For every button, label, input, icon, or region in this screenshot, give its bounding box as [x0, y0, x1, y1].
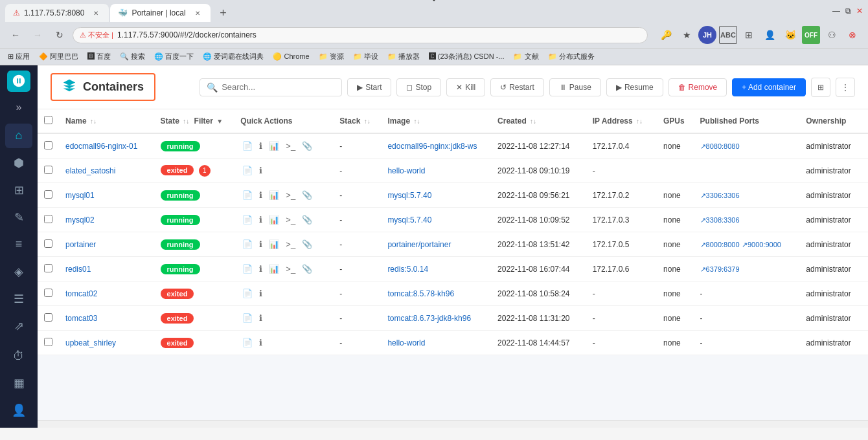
- search-input[interactable]: [222, 82, 335, 92]
- back-button[interactable]: ←: [6, 26, 25, 44]
- port-link[interactable]: ↗8000:8000: [700, 241, 740, 248]
- port-link[interactable]: ↗6379:6379: [700, 265, 740, 273]
- quick-action-attach[interactable]: 📎: [300, 140, 314, 152]
- translate-icon[interactable]: ABC: [719, 26, 737, 44]
- bookmark-star[interactable]: ★: [678, 26, 696, 44]
- close-window-button[interactable]: ✕: [856, 6, 863, 16]
- quick-action-file[interactable]: 📄: [240, 189, 255, 201]
- new-tab-button[interactable]: +: [214, 4, 233, 22]
- row-checkbox[interactable]: [44, 338, 52, 346]
- stop-button[interactable]: ◻ Stop: [396, 78, 441, 96]
- quick-action-stats[interactable]: 📊: [267, 263, 281, 275]
- bookmark-search[interactable]: 🔍 搜索: [117, 50, 148, 63]
- row-checkbox[interactable]: [44, 289, 52, 297]
- quick-action-info[interactable]: ℹ: [257, 164, 264, 177]
- quick-action-info[interactable]: ℹ: [257, 336, 264, 349]
- sidebar-item-grid[interactable]: ⊞: [5, 178, 32, 203]
- sidebar-item-share[interactable]: ⇗: [5, 314, 32, 338]
- quick-action-stats[interactable]: 📊: [267, 140, 281, 152]
- tab-2[interactable]: 🐳 Portainer | local ✕: [110, 4, 210, 22]
- quick-action-console[interactable]: >_: [284, 189, 297, 201]
- sidebar-item-cube[interactable]: ◈: [5, 259, 32, 284]
- stack-header[interactable]: Stack ↑↓: [333, 109, 381, 133]
- start-button[interactable]: ▶ Start: [347, 78, 391, 96]
- state-header[interactable]: State ↑↓ Filter ▼: [154, 109, 234, 133]
- quick-action-file[interactable]: 📄: [240, 263, 255, 275]
- row-checkbox[interactable]: [44, 166, 52, 174]
- quick-action-attach[interactable]: 📎: [300, 189, 314, 201]
- column-toggle-button[interactable]: ⊞: [811, 78, 830, 97]
- quick-action-file[interactable]: 📄: [240, 214, 255, 226]
- sidebar-item-containers[interactable]: [5, 151, 32, 175]
- container-name-link[interactable]: upbeat_shirley: [65, 338, 116, 347]
- image-link[interactable]: mysql:5.7.40: [387, 215, 431, 225]
- qr-icon[interactable]: ⊞: [740, 26, 758, 44]
- sidebar-item-list[interactable]: ☰: [5, 287, 32, 311]
- port-link[interactable]: ↗3308:3306: [700, 216, 740, 224]
- bookmark-docs[interactable]: 📁 文献: [510, 50, 541, 63]
- profile-icon[interactable]: JH: [698, 26, 716, 44]
- key-icon[interactable]: 🔑: [657, 26, 675, 44]
- account-icon[interactable]: ⚇: [823, 26, 841, 44]
- row-checkbox[interactable]: [44, 141, 52, 149]
- row-checkbox[interactable]: [44, 215, 52, 223]
- bookmark-csdn[interactable]: 🅲 (23条消息) CSDN -...: [426, 50, 507, 63]
- resume-button[interactable]: ▶ Resume: [606, 78, 663, 96]
- row-checkbox[interactable]: [44, 190, 52, 199]
- close-icon-red[interactable]: ⊗: [843, 26, 862, 44]
- tab-1[interactable]: ⚠ 1.117.75.57:8080 ✕: [5, 4, 109, 22]
- bookmark-chrome[interactable]: 🟡 Chrome: [270, 51, 312, 62]
- quick-action-file[interactable]: 📄: [240, 164, 255, 177]
- quick-action-attach[interactable]: 📎: [300, 214, 314, 226]
- image-link[interactable]: portainer/portainer: [387, 240, 451, 249]
- container-name-link[interactable]: tomcat03: [65, 314, 97, 323]
- row-checkbox[interactable]: [44, 264, 52, 272]
- image-header[interactable]: Image ↑↓: [381, 109, 491, 133]
- add-container-button[interactable]: + Add container: [732, 78, 806, 96]
- restart-button[interactable]: ↺ Restart: [490, 78, 544, 96]
- quick-action-info[interactable]: ℹ: [257, 189, 264, 201]
- quick-action-attach[interactable]: 📎: [300, 263, 314, 275]
- quick-action-info[interactable]: ℹ: [257, 312, 264, 324]
- created-header[interactable]: Created ↑↓: [491, 109, 586, 133]
- quick-action-file[interactable]: 📄: [240, 238, 255, 250]
- image-link[interactable]: hello-world: [387, 166, 425, 175]
- bookmark-thesis[interactable]: 📁 毕设: [350, 50, 381, 63]
- ext-icon-1[interactable]: 👤: [760, 26, 779, 44]
- image-link[interactable]: mysql:5.7.40: [387, 191, 431, 200]
- quick-action-stats[interactable]: 📊: [267, 238, 281, 250]
- bookmark-baidu[interactable]: 🅱 百度: [85, 50, 113, 63]
- quick-action-info[interactable]: ℹ: [257, 263, 264, 275]
- row-checkbox[interactable]: [44, 239, 52, 248]
- ip-header[interactable]: IP Address ↑↓: [586, 109, 657, 133]
- bookmark-alibaba[interactable]: 🔶 阿里巴巴: [36, 50, 81, 63]
- quick-action-console[interactable]: >_: [284, 140, 297, 152]
- quick-action-file[interactable]: 📄: [240, 140, 255, 152]
- quick-action-console[interactable]: >_: [284, 263, 297, 275]
- image-link[interactable]: tomcat:8.6.73-jdk8-kh96: [387, 314, 471, 323]
- bookmark-resources[interactable]: 📁 资源: [316, 50, 347, 63]
- image-link[interactable]: edocmall96-nginx:jdk8-ws: [387, 142, 477, 151]
- select-all-checkbox[interactable]: [44, 116, 52, 124]
- port-link[interactable]: ↗9000:9000: [742, 241, 781, 248]
- maximize-button[interactable]: ⧉: [845, 6, 851, 16]
- quick-action-stats[interactable]: 📊: [267, 189, 281, 201]
- kill-button[interactable]: ✕ Kill: [446, 78, 485, 96]
- image-link[interactable]: tomcat:8.5.78-kh96: [387, 289, 454, 298]
- horizontal-scrollbar[interactable]: [38, 420, 868, 428]
- ext-icon-3[interactable]: OFF: [802, 26, 820, 44]
- container-name-link[interactable]: mysql01: [65, 191, 95, 200]
- container-name-link[interactable]: redis01: [65, 265, 91, 274]
- quick-action-attach[interactable]: 📎: [300, 238, 314, 250]
- reload-button[interactable]: ↻: [51, 26, 69, 44]
- sidebar-toggle-button[interactable]: »: [10, 100, 28, 116]
- container-name-link[interactable]: edocmall96-nginx-01: [65, 142, 137, 151]
- port-link[interactable]: ↗3306:3306: [700, 192, 740, 199]
- quick-action-info[interactable]: ℹ: [257, 140, 264, 152]
- tab-1-close[interactable]: ✕: [91, 8, 101, 18]
- quick-action-stats[interactable]: 📊: [267, 214, 281, 226]
- bookmark-distributed[interactable]: 📁 分布式服务: [545, 50, 597, 63]
- container-name-link[interactable]: portainer: [65, 240, 96, 249]
- bookmark-apps[interactable]: ⊞ 应用: [5, 50, 32, 63]
- more-options-button[interactable]: ⋮: [836, 78, 855, 97]
